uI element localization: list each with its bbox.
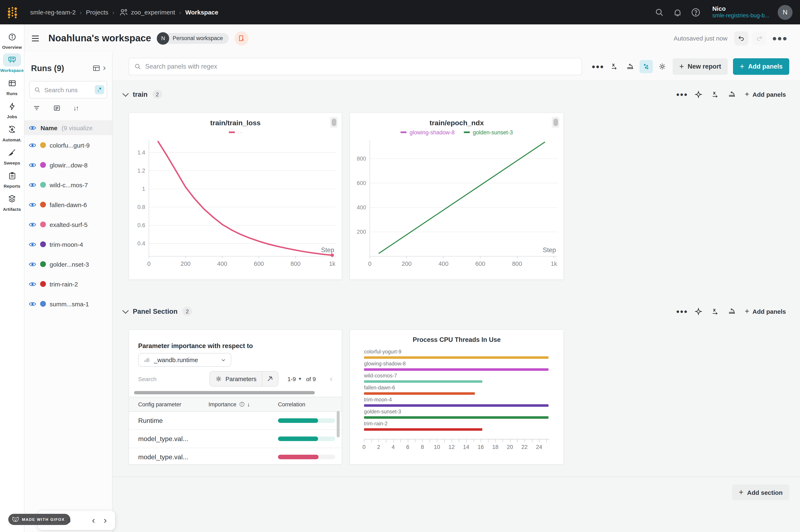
metric-select[interactable]: _wandb.runtime <box>138 353 231 367</box>
visibility-eye-icon[interactable] <box>29 222 36 227</box>
horizontal-scrollbar[interactable] <box>134 391 315 394</box>
magic-sparkle-icon[interactable] <box>692 305 705 318</box>
vertical-scrollbar[interactable] <box>337 411 340 437</box>
filter-icon[interactable] <box>33 104 40 112</box>
breadcrumb-project[interactable]: zoo_experiment <box>118 7 175 17</box>
section-add-panels-button[interactable]: + Add panels <box>742 304 789 318</box>
visibility-eye-icon[interactable] <box>29 142 36 148</box>
runs-table-toggle-icon[interactable] <box>92 64 100 72</box>
settings-gear-icon[interactable] <box>656 60 669 73</box>
rail-item-reports[interactable]: Reports <box>0 169 23 189</box>
bookmark-remove-icon[interactable] <box>235 31 248 45</box>
visibility-eye-icon[interactable] <box>29 301 36 306</box>
breadcrumb-team[interactable]: smle-reg-team-2 <box>30 9 76 16</box>
collapse-chevron-icon[interactable] <box>122 307 129 314</box>
run-row[interactable]: fallen-dawn-6 <box>24 195 112 214</box>
section-name[interactable]: Panel Section <box>133 307 178 315</box>
x-axis-settings-icon[interactable] <box>608 60 621 73</box>
search-panels-input[interactable]: Search panels with regex <box>129 58 582 75</box>
search-icon[interactable] <box>654 7 664 17</box>
run-row[interactable]: colorfu...gurt-9 <box>24 135 112 155</box>
help-icon[interactable] <box>691 7 701 17</box>
wandb-logo[interactable] <box>0 5 24 19</box>
runs-list-header[interactable]: Name (9 visualize <box>24 120 112 135</box>
panel-drag-handle[interactable] <box>330 117 337 128</box>
search-runs-input[interactable]: Search runs .* <box>30 81 107 98</box>
param-page-range[interactable]: 1-9 ▼ <box>287 376 302 382</box>
section-name[interactable]: train <box>133 90 148 98</box>
add-section-button[interactable]: + Add section <box>732 484 789 500</box>
panel-drag-handle[interactable] <box>552 117 559 128</box>
visibility-eye-icon[interactable] <box>29 162 36 168</box>
breadcrumb-projects[interactable]: Projects <box>86 9 108 16</box>
x-axis-settings-icon[interactable] <box>708 305 722 318</box>
cpu-bar-row[interactable]: fallen-dawn-6 <box>364 385 549 395</box>
avatar[interactable]: N <box>778 5 793 20</box>
rail-item-runs[interactable]: Runs <box>0 76 23 96</box>
x-axis-settings-icon[interactable] <box>708 88 722 101</box>
run-row[interactable]: golder...nset-3 <box>24 254 112 274</box>
correlation-column[interactable]: Correlation <box>278 401 342 407</box>
redo-button[interactable] <box>752 31 766 45</box>
section-more-menu[interactable]: ●●● <box>675 88 689 101</box>
panel-parameter-importance[interactable]: Parameter importance with respect to _wa… <box>129 329 342 464</box>
cpu-bar-row[interactable]: colorful-yogurt-9 <box>364 349 549 359</box>
section-more-menu[interactable]: ●●● <box>675 305 689 318</box>
menu-icon[interactable] <box>32 33 43 44</box>
panel-more-menu[interactable]: ●●● <box>591 60 604 73</box>
param-table-row[interactable]: Runtime <box>129 412 342 430</box>
run-row[interactable]: wild-c...mos-7 <box>24 175 112 195</box>
param-table-row[interactable]: model_type.val... <box>129 448 342 464</box>
cpu-bar-row[interactable]: trim-moon-4 <box>364 397 549 407</box>
undo-button[interactable] <box>734 31 748 45</box>
visibility-eye-icon[interactable] <box>29 242 36 247</box>
panel-smoothing-icon[interactable] <box>624 60 637 73</box>
user-menu[interactable]: Nico smle-registries-bug-b... <box>712 5 769 19</box>
config-parameter-column[interactable]: Config parameter <box>129 401 208 407</box>
expand-runs-icon[interactable] <box>101 65 107 71</box>
magic-sparkle-icon[interactable] <box>692 88 705 101</box>
visibility-eye-icon[interactable] <box>29 262 36 267</box>
importance-column[interactable]: Importance ↓ <box>208 401 278 407</box>
visibility-eye-icon[interactable] <box>29 182 36 188</box>
personal-workspace-badge[interactable]: N Personal workspace <box>157 32 229 44</box>
visibility-eye-icon[interactable] <box>29 202 36 207</box>
rail-item-jobs[interactable]: Jobs <box>0 100 23 119</box>
panel-train-loss[interactable]: train/train_loss : - 0.40.60.811.21.4020… <box>129 112 342 280</box>
cpu-bar-row[interactable]: wild-cosmos-7 <box>364 373 549 383</box>
regex-toggle[interactable]: .* <box>94 85 104 94</box>
run-row[interactable]: trim-rain-2 <box>24 274 112 294</box>
param-table-row[interactable]: model_type.val... <box>129 430 342 448</box>
prev-page-chevron[interactable]: ‹ <box>90 516 98 525</box>
notifications-bell-icon[interactable] <box>673 7 683 17</box>
cpu-bar-row[interactable]: glowing-shadow-8 <box>364 361 549 371</box>
point-visualization-icon[interactable] <box>640 60 653 73</box>
run-row[interactable]: summ...sma-1 <box>24 294 112 314</box>
run-row[interactable]: exalted-surf-5 <box>24 214 112 234</box>
param-search-input[interactable]: Search <box>138 376 188 382</box>
new-report-button[interactable]: + New report <box>673 58 728 75</box>
legend-item[interactable]: glowing-shadow-8 <box>401 129 454 135</box>
cpu-bar-row[interactable]: trim-rain-2 <box>364 421 549 431</box>
sort-icon[interactable]: ↓↑ <box>73 104 78 112</box>
panel-smoothing-icon[interactable] <box>725 88 738 101</box>
legend-item[interactable]: : - <box>229 130 242 134</box>
visibility-eye-icon[interactable] <box>29 281 36 287</box>
panel-epoch-ndx[interactable]: train/epoch_ndx glowing-shadow-8golden-s… <box>350 112 564 280</box>
rail-item-artifacts[interactable]: Artifacts <box>0 192 23 212</box>
collapse-chevron-icon[interactable] <box>122 90 129 97</box>
panel-cpu-threads[interactable]: Process CPU Threads In Use colorful-yogu… <box>350 329 564 464</box>
group-icon[interactable] <box>53 104 61 112</box>
param-prev-page-chevron[interactable]: ‹ <box>330 374 333 384</box>
add-panels-button[interactable]: + Add panels <box>733 58 789 75</box>
next-page-chevron[interactable]: › <box>101 516 109 525</box>
rail-item-sweeps[interactable]: Sweeps <box>0 146 23 165</box>
run-row[interactable]: glowir...dow-8 <box>24 155 112 175</box>
rail-item-workspace[interactable]: Workspace <box>0 53 23 73</box>
section-add-panels-button[interactable]: + Add panels <box>742 88 789 101</box>
legend-item[interactable]: golden-sunset-3 <box>464 129 513 135</box>
magic-wand-button[interactable] <box>262 372 278 386</box>
panel-smoothing-icon[interactable] <box>725 305 738 318</box>
parameters-button[interactable]: Parameters <box>210 372 262 386</box>
run-row[interactable]: trim-moon-4 <box>24 234 112 254</box>
